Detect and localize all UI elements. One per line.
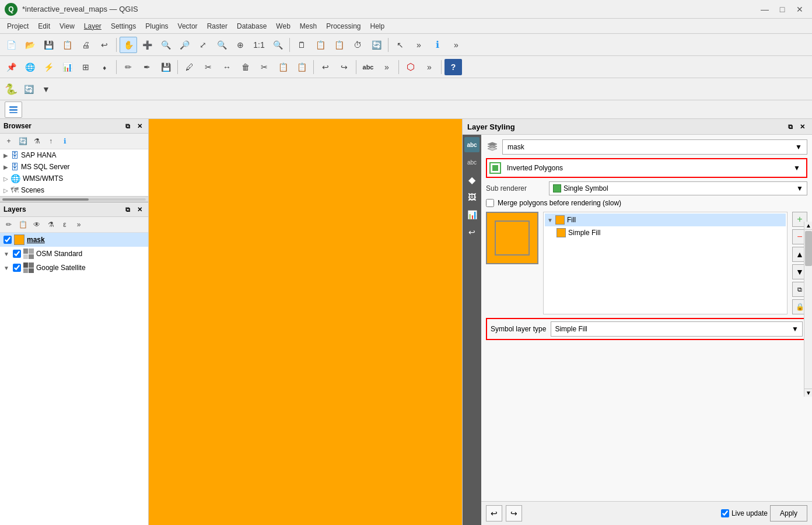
identify-btn[interactable]: 🗒 — [293, 37, 310, 53]
menu-raster[interactable]: Raster — [202, 21, 232, 32]
symbol-tree-fill[interactable]: ▼ Fill — [545, 214, 786, 226]
style-redo-btn[interactable]: ↪ — [506, 505, 522, 522]
layer-item-osm[interactable]: ▼ OSM Standard — [0, 247, 148, 261]
browser-info-btn[interactable]: ℹ — [58, 135, 71, 148]
pan-btn[interactable]: ✋ — [120, 37, 137, 53]
undo2-btn[interactable]: ↩ — [317, 59, 334, 75]
cursor-btn[interactable]: ↖ — [391, 37, 409, 53]
symbol-tree-simple-fill[interactable]: Simple Fill — [545, 226, 786, 239]
browser-up-btn[interactable]: ↑ — [44, 135, 57, 148]
layers-float-btn[interactable]: ⧉ — [123, 204, 133, 215]
browser-toggle-btn[interactable] — [5, 102, 22, 118]
vsb-undo-btn[interactable]: ↩ — [464, 225, 480, 240]
browser-item-scenes[interactable]: ▷ 🗺 Scenes — [0, 184, 148, 196]
new-project-btn[interactable]: 📄 — [2, 37, 20, 53]
history-btn[interactable]: 🔄 — [20, 81, 37, 97]
browser-item-sap[interactable]: ▶ 🗄 SAP HANA — [0, 149, 148, 161]
vsb-abc2-label[interactable]: abc — [464, 155, 480, 170]
edit-btn[interactable]: ✏ — [120, 59, 137, 75]
edit2-btn[interactable]: ✒ — [138, 59, 156, 75]
dropdown-btn[interactable]: ▼ — [37, 81, 55, 97]
close-button[interactable]: ✕ — [792, 3, 807, 16]
menu-layer[interactable]: Layer — [79, 21, 106, 32]
menu-settings[interactable]: Settings — [106, 21, 141, 32]
select-btn[interactable]: 📋 — [312, 37, 329, 53]
layers-edit-btn[interactable]: ✏ — [2, 218, 15, 231]
browser-float-btn[interactable]: ⧉ — [123, 121, 133, 131]
open-project-btn[interactable]: 📂 — [21, 37, 38, 53]
layers-expr-btn[interactable]: ε — [58, 218, 71, 231]
styling-close-btn[interactable]: ✕ — [797, 121, 807, 132]
python-btn[interactable]: 🐍 — [2, 81, 20, 97]
layers-close-btn[interactable]: ✕ — [134, 204, 145, 215]
browser-refresh-btn[interactable]: 🔄 — [16, 135, 29, 148]
apply-button[interactable]: Apply — [770, 505, 807, 522]
more2-btn[interactable]: » — [378, 59, 396, 75]
menu-processing[interactable]: Processing — [321, 21, 365, 32]
info-btn[interactable]: ℹ — [429, 37, 446, 53]
renderer-dropdown[interactable]: Inverted Polygons ▼ — [503, 160, 804, 176]
layers-add-btn[interactable]: 📋 — [16, 218, 29, 231]
polygon-btn[interactable]: ⬡ — [402, 59, 419, 75]
more3-btn[interactable]: » — [421, 59, 438, 75]
zoom-selection-btn[interactable]: ⊕ — [232, 37, 249, 53]
layers-filter-btn[interactable]: ⚗ — [44, 218, 57, 231]
vsb-img-btn[interactable]: 🖼 — [464, 190, 480, 205]
select-all-btn[interactable]: ⏱ — [349, 37, 366, 53]
merge-checkbox[interactable] — [486, 199, 494, 207]
scroll-up-btn[interactable]: ▲ — [804, 222, 812, 230]
more-btn[interactable]: » — [410, 37, 428, 53]
slt-dropdown[interactable]: Simple Fill ▼ — [551, 321, 803, 337]
zoom-full-btn[interactable]: ⤢ — [194, 37, 212, 53]
menu-project[interactable]: Project — [2, 21, 33, 32]
scroll-down-btn[interactable]: ▼ — [804, 388, 812, 397]
menu-mesh[interactable]: Mesh — [295, 21, 321, 32]
undo-btn[interactable]: ↩ — [96, 37, 113, 53]
browser-item-wms[interactable]: ▷ 🌐 WMS/WMTS — [0, 173, 148, 184]
browser-filter-btn[interactable]: ⚗ — [30, 135, 43, 148]
paste-btn[interactable]: 📋 — [293, 59, 310, 75]
vsb-abc-label[interactable]: abc — [464, 137, 480, 152]
browser-add-btn[interactable]: + — [2, 135, 15, 148]
help2-btn[interactable]: ? — [444, 59, 462, 75]
map-canvas[interactable] — [149, 119, 462, 525]
zoom-in2-btn[interactable]: 🔍 — [269, 37, 286, 53]
delete-btn[interactable]: 🗑 — [237, 59, 254, 75]
menu-help[interactable]: Help — [366, 21, 390, 32]
layer-mask-checkbox[interactable] — [4, 236, 12, 244]
add-mesh-btn[interactable]: ⊞ — [77, 59, 94, 75]
pan-to-selection-btn[interactable]: ➕ — [138, 37, 156, 53]
browser-close-btn[interactable]: ✕ — [134, 121, 145, 131]
minimize-button[interactable]: — — [757, 3, 772, 16]
styling-scrollbar[interactable]: ▲ ▼ — [804, 222, 812, 397]
menu-vector[interactable]: Vector — [173, 21, 202, 32]
digitize2-btn[interactable]: ✂ — [200, 59, 217, 75]
abc-btn[interactable]: abc — [359, 59, 377, 75]
save-edits-btn[interactable]: 💾 — [157, 59, 174, 75]
refresh-btn[interactable]: 🔄 — [368, 37, 385, 53]
add-layer-btn[interactable]: 📌 — [2, 59, 20, 75]
layers-more-btn[interactable]: » — [72, 218, 85, 231]
vsb-chart-btn[interactable]: 📊 — [464, 207, 480, 222]
style-undo-btn[interactable]: ↩ — [486, 505, 502, 522]
help-btn[interactable]: » — [447, 37, 465, 53]
layer-osm-checkbox[interactable] — [13, 250, 21, 258]
browser-item-mssql[interactable]: ▶ 🗄 MS SQL Server — [0, 161, 148, 173]
styling-float-btn[interactable]: ⧉ — [785, 121, 796, 132]
layer-item-mask[interactable]: mask — [0, 233, 148, 247]
zoom-native-btn[interactable]: 1:1 — [250, 37, 268, 53]
zoom-in-btn[interactable]: 🔍 — [157, 37, 174, 53]
menu-view[interactable]: View — [55, 21, 79, 32]
digitize-btn[interactable]: 🖊 — [181, 59, 198, 75]
menu-edit[interactable]: Edit — [33, 21, 55, 32]
add-raster-btn[interactable]: 📊 — [58, 59, 76, 75]
copy-btn[interactable]: 📋 — [274, 59, 292, 75]
zoom-out-btn[interactable]: 🔎 — [176, 37, 193, 53]
add-vector-btn[interactable]: ⚡ — [40, 59, 57, 75]
move-btn[interactable]: ↔ — [218, 59, 236, 75]
redo-btn[interactable]: ↪ — [335, 59, 353, 75]
live-update-checkbox[interactable] — [721, 509, 729, 517]
menu-plugins[interactable]: Plugins — [141, 21, 173, 32]
cut-btn[interactable]: ✂ — [256, 59, 273, 75]
add-point-btn[interactable]: ⬧ — [96, 59, 113, 75]
